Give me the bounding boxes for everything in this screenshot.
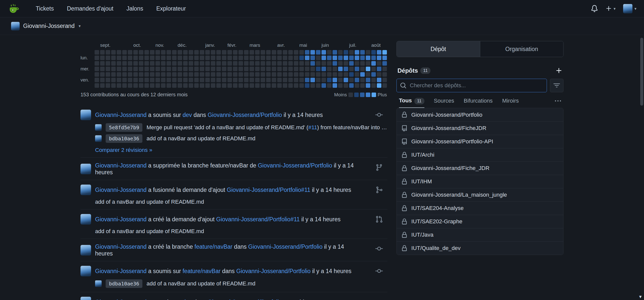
repo-search-input[interactable] [396,79,547,92]
heatmap-cell [321,61,326,66]
repo-row[interactable]: Giovanni-Josserand/Fiche_JDR [397,161,563,175]
feed-link[interactable]: Giovanni-Josserand/Portfolio [236,268,310,274]
commit-hash-link[interactable]: bdba10ae36 [106,134,142,143]
contribution-heatmap: sept.oct.nov.déc.janv.févr.marsavr.maiju… [80,42,387,98]
feed-link[interactable]: Giovanni-Josserand [95,112,147,118]
repo-row[interactable]: IUT/Qualite_de_dev [397,241,563,255]
feed-text: Merge pull request 'add of a navBar and … [146,124,308,131]
heatmap-cell [161,50,166,55]
feed-link[interactable]: Giovanni-Josserand/Portfolio#11 [216,216,300,223]
heatmap-cell [277,61,282,66]
heatmap-cell [355,50,359,55]
heatmap-cell [344,61,348,66]
feed-link[interactable]: Giovanni-Josserand [95,216,147,223]
feed-link[interactable]: feature/navBar [183,268,221,274]
commit-hash-link[interactable]: bdba10ae36 [106,279,142,288]
repo-row[interactable]: IUT/Archi [397,148,563,161]
heatmap-cell [366,83,370,88]
commit-hash-link[interactable]: 5e8fd5e7b9 [106,123,142,132]
feed-link[interactable]: Giovanni-Josserand/Portfolio#11 [227,187,310,193]
feed-link[interactable]: Giovanni-Josserand [95,162,147,169]
repo-filter-tab-miroirs[interactable]: Miroirs [502,98,519,108]
scrollbar-thumb[interactable] [640,38,643,106]
repo-row[interactable]: IUT/IHM [397,175,563,188]
chevron-down-icon: ▾ [634,6,636,11]
pull-icon [375,216,383,223]
feed-text: add of a navBar and update of README.md [146,135,255,142]
repo-name: Giovanni-Josserand/Portfolio [411,112,482,118]
repo-row[interactable]: Giovanni-Josserand/Portfolio-API [397,135,563,148]
search-icon [400,82,407,89]
feed-header-text: Giovanni-Josserand a créé la demande d'a… [95,216,341,223]
feed-link[interactable]: dev [183,299,192,300]
add-repo-button[interactable] [555,67,562,74]
heatmap-cell [355,67,359,71]
feed-link[interactable]: Giovanni-Josserand [95,268,147,274]
heatmap-cell [272,61,276,66]
heatmap-cell [194,78,199,82]
feed-item: Giovanni-Josserand a soumis sur dev dans… [80,292,387,300]
commit-avatar [95,280,102,287]
feed-link[interactable]: dev [183,112,192,118]
feed-item-header: Giovanni-Josserand a créé la branche fea… [80,243,387,257]
heatmap-cell [205,50,210,55]
heatmap-week [299,50,304,88]
heatmap-cell [277,78,282,82]
heatmap-week [183,50,188,88]
feed-link[interactable]: Giovanni-Josserand [95,299,147,300]
heatmap-cell [144,50,149,55]
feed-link[interactable]: #11 [308,124,317,131]
repo-search-row [396,79,564,92]
repo-filter-button[interactable] [550,79,564,92]
heatmap-cell [310,50,315,55]
repo-row[interactable]: IUT/SAE202-Graphe [397,215,563,228]
heatmap-cell [327,50,332,55]
compare-revisions-link[interactable]: Comparer 2 révisions » [95,147,152,153]
feed-link[interactable]: Giovanni-Josserand/Portfolio [208,112,282,118]
heatmap-cell [255,72,260,77]
feed-link[interactable]: Giovanni-Josserand/Portfolio [208,299,282,300]
heatmap-day-label: mer. [80,67,93,71]
feed-link[interactable]: Giovanni-Josserand [95,187,147,193]
user-menu[interactable]: ▾ [623,4,636,13]
heatmap-cell [144,83,149,88]
repo-row[interactable]: Giovanni-Josserand/La_maison_jungle [397,188,563,201]
repo-row[interactable]: IUT/Java [397,228,563,241]
heatmap-cell [122,56,127,60]
heatmap-cell [95,83,99,88]
nav-item-demandes-d-ajout[interactable]: Demandes d'ajout [61,3,119,15]
legend-square [372,93,376,97]
feed-link[interactable]: Giovanni-Josserand [95,243,147,250]
repo-filter-tab-bifurcations[interactable]: Bifurcations [464,98,493,108]
feed-link[interactable]: Giovanni-Josserand/Portfolio [258,162,332,169]
feed-item-header: Giovanni-Josserand a fusionné la demande… [80,185,387,195]
nav-item-jalons[interactable]: Jalons [121,3,149,15]
tab-organisation[interactable]: Organisation [480,41,564,57]
chevron-down-icon[interactable]: ▾ [79,24,81,28]
notifications-bell-icon[interactable] [591,5,598,12]
heatmap-cell [349,56,354,60]
repo-row[interactable]: Giovanni-Josserand/FicheJDR [397,121,563,135]
repo-row[interactable]: Giovanni-Josserand/Portfolio [397,108,563,121]
heatmap-cell [382,83,387,88]
tab-dépôt[interactable]: Dépôt [397,41,480,57]
feed-text: a soumis sur [147,112,183,118]
more-filters-icon[interactable] [555,98,561,107]
repo-row[interactable]: IUT/SAE204-Analyse [397,201,563,215]
gitea-logo-icon[interactable] [8,3,19,14]
heatmap-cell [106,61,110,66]
nav-item-tickets[interactable]: Tickets [30,3,59,15]
heatmap-cell [338,83,343,88]
legend-square [348,93,353,97]
profile-username[interactable]: Giovanni-Josserand [23,23,75,29]
heatmap-cell [294,56,298,60]
nav-item-explorateur[interactable]: Explorateur [151,3,191,15]
repo-filter-tab-sources[interactable]: Sources [434,98,454,108]
feed-link[interactable]: feature/navBar [194,243,232,250]
repo-filter-tab-tous[interactable]: Tous11 [399,97,424,108]
feed-link[interactable]: Giovanni-Josserand/Portfolio [248,243,323,250]
create-new-button[interactable]: ▾ [606,5,616,12]
heatmap-cell [194,50,199,55]
commit-list: 5e8fd5e7b9Merge pull request 'add of a n… [95,123,387,143]
heatmap-cell [233,83,237,88]
